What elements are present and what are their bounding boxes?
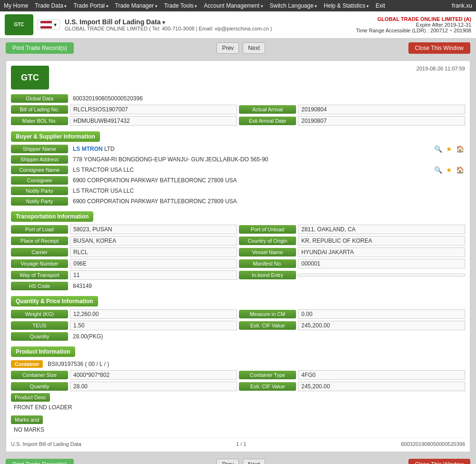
nav-help-statistics[interactable]: Help & Statistics <box>324 2 369 9</box>
header-title-area: U.S. Import Bill of Lading Data ▾ GLOBAL… <box>60 18 356 31</box>
port-load-value: 58023, PUSAN <box>70 225 237 234</box>
nav-account-management[interactable]: Account Management <box>204 2 263 9</box>
record-footer-right: 6003201908050000520396 <box>401 441 465 447</box>
container-type-value: 4FG0 <box>298 370 465 380</box>
consignee-name-value: LS TRACTOR USA LLC <box>70 166 431 174</box>
record-logo: GTC <box>11 66 49 89</box>
weight-value: 12,260.00 <box>70 309 237 319</box>
quantity-value: 28.00(PKG) <box>70 332 465 341</box>
top-action-bar: Print Trade Record(s) Prev Next Close Th… <box>0 39 476 58</box>
hs-code-label: HS Code <box>11 282 68 290</box>
top-navigation: My Home Trade Data Trade Portal Trade Ma… <box>0 0 476 11</box>
voyage-row: Voyage Number 096E Manifest No. 000001 <box>11 259 465 268</box>
voyage-label: Voyage Number <box>11 259 68 268</box>
next-button-bottom[interactable]: Next <box>243 459 265 464</box>
marks-row: Marks and NO MARKS <box>11 414 465 434</box>
shipper-rest: LTD <box>103 146 115 152</box>
transportation-title: Transportation Information <box>11 211 93 222</box>
close-button-top[interactable]: Close This Window <box>408 42 470 54</box>
language-selector[interactable]: ▾ <box>37 20 60 30</box>
product-title: Product Information <box>11 346 75 357</box>
country-origin-value: KR, REPUBLIC OF KOREA <box>298 236 465 246</box>
user-name: frank.xu <box>452 2 472 9</box>
manifest-label: Manifest No. <box>239 259 296 268</box>
nav-trade-portal[interactable]: Trade Portal <box>73 2 108 9</box>
mater-bol-label: Mater BOL No. <box>11 117 68 125</box>
global-data-row: Global Data 6003201908050000520396 <box>11 94 465 103</box>
global-data-label: Global Data <box>11 94 68 103</box>
container-size-value: 4000*907*802 <box>70 370 237 380</box>
carrier-value: RLCL <box>70 247 237 257</box>
shipper-address-value: 778 YONGAM-RI BONGDONG-EUP WANJU- GUN JE… <box>70 155 465 164</box>
vessel-name-value: HYUNDAI JAKARTA <box>298 247 465 257</box>
marks-label: Marks and <box>11 415 43 424</box>
consignee-search-icon[interactable]: 🔍 <box>433 166 443 174</box>
record-timestamp: 2019-08-26 11:07:59 <box>416 66 465 71</box>
notify-party-1-value: LS TRACTOR USA LLC <box>70 187 465 195</box>
notify-party-2-row: Notify Party 6900 CORPORATION PARKWAY BA… <box>11 197 465 206</box>
prev-button-top[interactable]: Prev <box>217 42 239 54</box>
nav-trade-manager[interactable]: Trade Manager <box>115 2 158 9</box>
company-logo: GTC <box>5 14 33 35</box>
consignee-label: Consignee <box>11 176 68 185</box>
shipper-search-icon[interactable]: 🔍 <box>433 145 443 153</box>
container-size-label: Container Size <box>11 371 68 379</box>
record-card: GTC 2019-08-26 11:07:59 Global Data 6003… <box>6 60 470 452</box>
shipper-star-icon[interactable]: ★ <box>445 145 453 153</box>
record-footer-page: 1 / 1 <box>236 441 246 447</box>
print-button-top[interactable]: Print Trade Record(s) <box>6 42 74 54</box>
expire-date: Expire After 2019-12-31 <box>356 22 471 28</box>
marks-value: NO MARKS <box>11 425 465 434</box>
account-name: GLOBAL TRADE ONLINE LIMITED (A) <box>356 16 471 22</box>
buyer-supplier-title: Buyer & Supplier Information <box>11 131 100 142</box>
prev-button-bottom[interactable]: Prev <box>217 459 239 464</box>
account-info: GLOBAL TRADE ONLINE LIMITED (A) Expire A… <box>356 16 471 33</box>
esti-arrival-value: 20190807 <box>298 116 465 126</box>
carrier-row: Carrier RLCL Vessel Name HYUNDAI JAKARTA <box>11 247 465 257</box>
actual-arrival-label: Actual Arrival <box>239 105 296 114</box>
nav-trade-tools[interactable]: Trade Tools <box>164 2 198 9</box>
shipper-home-icon[interactable]: 🏠 <box>455 145 465 153</box>
shipper-name-row: Shipper Name LS MTRON LTD 🔍 ★ 🏠 <box>11 145 465 153</box>
container-type-label: Container Type <box>239 371 296 379</box>
consignee-star-icon[interactable]: ★ <box>445 166 453 174</box>
measure-cm-label: Measure in CM <box>239 310 296 318</box>
title-dropdown-icon[interactable]: ▾ <box>162 20 165 25</box>
teus-row: TEUS 1.50 Esti. CIF Value 245,200.00 <box>11 321 465 330</box>
nav-trade-data[interactable]: Trade Data <box>35 2 67 9</box>
place-receipt-row: Place of Receipt BUSAN, KOREA Country of… <box>11 236 465 246</box>
nav-switch-language[interactable]: Switch Language <box>270 2 317 9</box>
nav-my-home[interactable]: My Home <box>4 2 28 9</box>
teus-value: 1.50 <box>70 321 237 330</box>
container-row: Container BSIU9197536 ( 00 / L / ) <box>11 360 465 368</box>
product-quantity-row: Quantity 28.00 Esti. CIF Value 245,200.0… <box>11 382 465 391</box>
transportation-section: Transportation Information Port of Load … <box>11 207 465 290</box>
container-label: Container <box>11 360 43 368</box>
record-header: GTC 2019-08-26 11:07:59 <box>11 66 465 89</box>
logo-text: GTC <box>14 22 24 28</box>
product-section: Product Information Container BSIU919753… <box>11 343 465 434</box>
bottom-action-bar: Print Trade Record(s) Prev Next Close Th… <box>0 455 476 464</box>
consignee-name-label: Consignee Name <box>11 166 68 174</box>
port-unload-value: 2811, OAKLAND, CA <box>298 225 465 234</box>
next-button-top[interactable]: Next <box>243 42 265 54</box>
main-content: GTC 2019-08-26 11:07:59 Global Data 6003… <box>0 58 476 455</box>
esti-cif-value: 245,200.00 <box>298 321 465 330</box>
consignee-name-row: Consignee Name LS TRACTOR USA LLC 🔍 ★ 🏠 <box>11 166 465 174</box>
consignee-home-icon[interactable]: 🏠 <box>455 166 465 174</box>
nav-exit[interactable]: Exit <box>376 2 385 9</box>
hs-code-value: 843149 <box>70 282 465 290</box>
time-range: Time Range Accessible (LDR) : 200712 ~ 2… <box>356 28 471 33</box>
company-contact: GLOBAL TRADE ONLINE LIMITED ( Tel: 400-7… <box>65 26 356 31</box>
shipper-address-label: Shipper Address <box>11 155 68 164</box>
container-size-row: Container Size 4000*907*802 Container Ty… <box>11 370 465 380</box>
way-transport-value: 11 <box>70 270 237 280</box>
print-button-bottom[interactable]: Print Trade Record(s) <box>6 459 74 464</box>
container-value: BSIU9197536 ( 00 / L / ) <box>45 360 465 368</box>
page-title: U.S. Import Bill of Lading Data ▾ <box>65 18 356 26</box>
product-quantity-label: Quantity <box>11 382 68 391</box>
buyer-supplier-section: Buyer & Supplier Information Shipper Nam… <box>11 128 465 206</box>
close-button-bottom[interactable]: Close This Window <box>408 459 470 464</box>
manifest-value: 000001 <box>298 259 465 268</box>
hs-code-row: HS Code 843149 <box>11 282 465 290</box>
